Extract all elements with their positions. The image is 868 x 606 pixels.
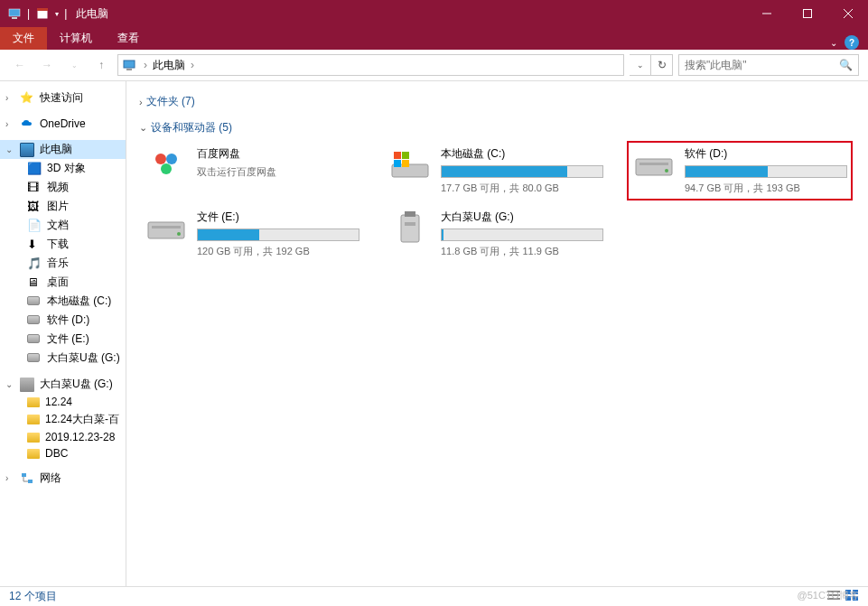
quick-access-toolbar: | ▾ | <box>7 6 67 21</box>
ribbon-tab[interactable]: 查看 <box>105 27 152 50</box>
chevron-right-icon[interactable]: › <box>5 119 14 129</box>
svg-rect-19 <box>402 152 409 159</box>
svg-point-24 <box>665 169 668 172</box>
sidebar-item[interactable]: 2019.12.23-28 <box>0 429 126 445</box>
item-icon: 🎞 <box>27 181 42 195</box>
device-subtitle: 双击运行百度网盘 <box>197 165 359 179</box>
svg-rect-9 <box>126 69 132 70</box>
device-name: 大白菜U盘 (G:) <box>441 210 603 225</box>
window-title: 此电脑 <box>76 6 108 22</box>
item-icon: 🖥 <box>27 275 42 290</box>
search-input[interactable] <box>685 59 839 71</box>
pc-icon <box>20 143 34 157</box>
up-button[interactable]: ↑ <box>90 54 112 76</box>
qat-separator: | <box>27 7 30 20</box>
sidebar-item[interactable]: DBC <box>0 445 126 461</box>
sidebar-item[interactable]: 本地磁盘 (C:) <box>0 292 126 311</box>
sidebar-usb-drive[interactable]: ⌄大白菜U盘 (G:) <box>0 375 126 394</box>
item-icon <box>27 294 42 309</box>
properties-icon[interactable] <box>35 6 50 21</box>
breadcrumb-root[interactable]: 此电脑 <box>149 58 189 73</box>
chevron-down-icon[interactable]: ⌄ <box>5 145 14 154</box>
help-icon[interactable]: ? <box>845 35 859 50</box>
storage-bar <box>441 228 603 241</box>
navigation-pane[interactable]: ›⭐快速访问 ›OneDrive ⌄此电脑 🟦3D 对象🎞视频🖼图片📄文档⬇下载… <box>0 81 126 605</box>
item-icon: ⬇ <box>27 238 42 252</box>
sidebar-onedrive[interactable]: ›OneDrive <box>0 115 126 133</box>
search-box[interactable]: 🔍 <box>678 54 859 76</box>
sidebar-item[interactable]: 🎞视频 <box>0 178 126 197</box>
recent-dropdown-icon[interactable]: ⌄ <box>63 54 85 76</box>
sidebar-item[interactable]: 12.24大白菜-百 <box>0 410 126 429</box>
sidebar-item[interactable]: 大白菜U盘 (G:) <box>0 349 126 368</box>
sidebar-quick-access[interactable]: ›⭐快速访问 <box>0 89 126 107</box>
main-view[interactable]: › 文件夹 (7) ⌄ 设备和驱动器 (5) 百度网盘双击运行百度网盘本地磁盘 … <box>126 81 868 605</box>
svg-rect-11 <box>28 480 33 483</box>
sidebar-item[interactable]: 🖼图片 <box>0 197 126 216</box>
drive-icon <box>388 146 432 182</box>
sidebar-item[interactable]: 🖥桌面 <box>0 273 126 292</box>
sidebar-item[interactable]: 🟦3D 对象 <box>0 159 126 178</box>
device-item[interactable]: 文件 (E:)120 GB 可用，共 192 GB <box>139 204 365 264</box>
chevron-down-icon[interactable]: ⌄ <box>5 379 14 389</box>
folder-icon <box>27 397 40 407</box>
chevron-down-icon: ⌄ <box>139 122 147 134</box>
sidebar-item[interactable]: 软件 (D:) <box>0 311 126 330</box>
qat-dropdown-icon[interactable]: ▾ <box>55 10 59 18</box>
sidebar-this-pc[interactable]: ⌄此电脑 <box>0 140 126 159</box>
minimize-button[interactable] <box>746 0 787 27</box>
device-item[interactable]: 本地磁盘 (C:)17.7 GB 可用，共 80.0 GB <box>383 141 609 200</box>
svg-rect-3 <box>37 8 48 11</box>
star-icon: ⭐ <box>20 91 34 106</box>
sidebar-item[interactable]: ⬇下载 <box>0 235 126 254</box>
svg-point-27 <box>177 232 181 236</box>
chevron-right-icon: › <box>139 97 143 107</box>
device-item[interactable]: 百度网盘双击运行百度网盘 <box>139 141 365 200</box>
address-dropdown-icon[interactable]: ⌄ <box>630 54 651 76</box>
address-bar[interactable]: › 此电脑 › <box>117 54 624 76</box>
window-controls <box>746 0 868 27</box>
ribbon-expand-icon[interactable]: ⌄ <box>830 38 837 48</box>
chevron-right-icon[interactable]: › <box>5 473 14 483</box>
item-icon <box>27 351 42 366</box>
address-pc-icon <box>122 58 136 72</box>
item-icon: 🎵 <box>27 256 42 271</box>
device-subtitle: 94.7 GB 可用，共 193 GB <box>685 182 847 195</box>
search-icon[interactable]: 🔍 <box>839 59 853 71</box>
refresh-button[interactable]: ↻ <box>651 54 673 76</box>
ribbon-tabs: 文件计算机查看 <box>0 27 152 50</box>
item-icon: 🟦 <box>27 162 42 176</box>
maximize-button[interactable] <box>787 0 827 27</box>
close-button[interactable] <box>827 0 868 27</box>
sidebar-item[interactable]: 🎵音乐 <box>0 254 126 273</box>
sidebar-item[interactable]: 文件 (E:) <box>0 330 126 349</box>
pc-icon <box>7 6 22 21</box>
chevron-right-icon[interactable]: › <box>142 59 149 71</box>
drive-icon <box>632 146 676 182</box>
sidebar-item[interactable]: 📄文档 <box>0 216 126 235</box>
section-devices[interactable]: ⌄ 设备和驱动器 (5) <box>139 115 855 141</box>
svg-rect-1 <box>12 17 17 19</box>
forward-button[interactable]: → <box>36 54 58 76</box>
ribbon-right: ⌄ ? <box>830 35 868 50</box>
drive-icon <box>145 210 188 246</box>
svg-point-16 <box>161 163 172 174</box>
svg-rect-29 <box>405 211 415 217</box>
ribbon-tab[interactable]: 文件 <box>0 27 47 50</box>
svg-rect-10 <box>22 473 26 477</box>
item-icon <box>27 332 42 347</box>
device-item[interactable]: 软件 (D:)94.7 GB 可用，共 193 GB <box>627 141 853 200</box>
storage-bar <box>197 228 359 241</box>
sidebar-item[interactable]: 12.24 <box>0 394 126 410</box>
ribbon-tab[interactable]: 计算机 <box>47 27 105 50</box>
section-folders[interactable]: › 文件夹 (7) <box>139 89 855 115</box>
device-subtitle: 120 GB 可用，共 192 GB <box>197 245 359 258</box>
chevron-right-icon[interactable]: › <box>5 93 14 103</box>
devices-grid: 百度网盘双击运行百度网盘本地磁盘 (C:)17.7 GB 可用，共 80.0 G… <box>139 141 855 264</box>
title-bar: | ▾ | 此电脑 <box>0 0 868 27</box>
ribbon: 文件计算机查看 ⌄ ? <box>0 27 868 50</box>
back-button[interactable]: ← <box>9 54 31 76</box>
sidebar-network[interactable]: ›网络 <box>0 469 126 488</box>
device-item[interactable]: 大白菜U盘 (G:)11.8 GB 可用，共 11.9 GB <box>383 204 609 264</box>
chevron-right-icon[interactable]: › <box>189 59 196 71</box>
